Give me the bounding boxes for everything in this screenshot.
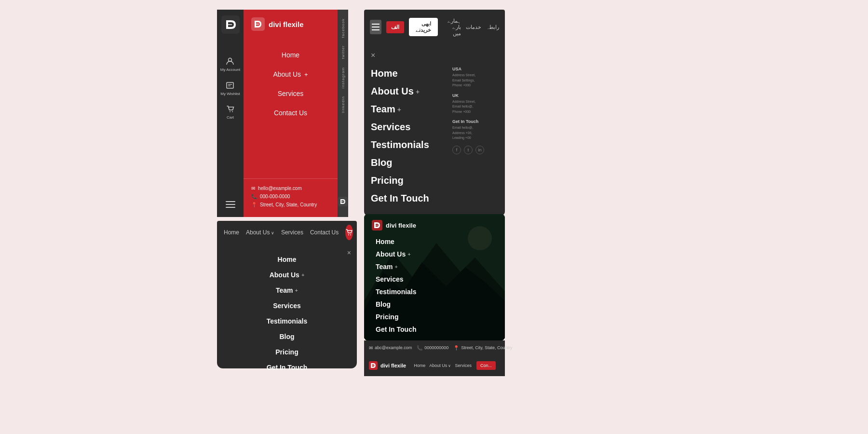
p6-services[interactable]: Services <box>376 273 493 285</box>
email-icon: ✉ <box>251 186 255 191</box>
hn-home[interactable]: Home <box>224 229 239 236</box>
sidebar-my-account[interactable]: My Account <box>220 56 240 72</box>
p3-get-in-touch[interactable]: Get In Touch <box>371 190 448 207</box>
p6-get-in-touch[interactable]: Get In Touch <box>376 323 493 336</box>
hamburger-line3 <box>372 29 380 30</box>
bottom-info-bar: ✉ abc@example.com 📞 0000000000 📍 Street,… <box>364 340 505 355</box>
panel3-info-column: USA Address Street,Email Settings,Phone … <box>452 65 498 207</box>
svg-point-13 <box>350 234 351 235</box>
rtl-nav-items: رابطہ خدمات ہمارے بارے میں ابھی خریدنے ا… <box>386 18 499 37</box>
red-menu-item-home[interactable]: Home <box>244 45 338 65</box>
rtl-nav-contact[interactable]: رابطہ <box>486 24 499 30</box>
bottom-logo-nav-bar: divi flexile Home About Us Services Con.… <box>364 355 505 376</box>
panel5-nav: Home About Us + Team + Services Testimon… <box>217 252 357 375</box>
info-uk-text: Address Street,Email hello@,Phone +000 <box>452 99 498 115</box>
bar-location-icon: 📍 <box>453 345 459 351</box>
info-uk-title: UK <box>452 93 498 98</box>
svg-point-6 <box>232 111 233 112</box>
location-icon: 📍 <box>251 202 257 207</box>
social-linkedin[interactable]: linkedin <box>341 96 345 113</box>
p5-testimonials[interactable]: Testimonials <box>267 313 308 329</box>
panel1-container: My Account My Wishlist <box>217 10 357 217</box>
red-menu-item-services[interactable]: Services <box>244 84 338 103</box>
p8-services[interactable]: Services <box>455 363 472 368</box>
panel8-nav: Home About Us Services <box>414 363 472 368</box>
svg-rect-2 <box>227 82 233 88</box>
p5-home[interactable]: Home <box>278 252 297 267</box>
p3-testimonials[interactable]: Testimonials <box>371 136 448 154</box>
sidebar-my-wishlist[interactable]: My Wishlist <box>220 80 240 96</box>
hamburger-line2 <box>372 27 380 27</box>
rtl-active-item[interactable]: الف <box>386 21 404 33</box>
dark-overlay-menu: × Home About Us + Team + Services Testim… <box>364 44 505 216</box>
p5-about[interactable]: About Us + <box>270 267 305 283</box>
p3-team[interactable]: Team + <box>371 100 448 118</box>
panel3-nav: Home About Us + Team + Services Testimon… <box>371 65 448 207</box>
p8-about[interactable]: About Us <box>429 363 451 368</box>
p3-pricing[interactable]: Pricing <box>371 172 448 190</box>
p6-about[interactable]: About Us + <box>376 248 493 260</box>
svg-rect-8 <box>226 204 235 205</box>
bar-phone-icon: 📞 <box>417 345 422 351</box>
social-facebook[interactable]: facebook <box>341 18 345 38</box>
bar-email-icon: ✉ <box>369 345 373 351</box>
p6-testimonials[interactable]: Testimonials <box>376 285 493 298</box>
rtl-nav-about[interactable]: ہمارے بارے میں <box>443 18 461 37</box>
p5-services[interactable]: Services <box>273 298 301 313</box>
social-ig-icon[interactable]: in <box>475 146 484 154</box>
sidebar-hamburger-icon[interactable] <box>226 200 235 210</box>
p6-home[interactable]: Home <box>376 235 493 248</box>
panel6-header: divi flexile <box>364 214 505 233</box>
main-canvas: My Account My Wishlist <box>0 0 868 434</box>
hn-about[interactable]: About Us <box>246 229 274 236</box>
p5-team[interactable]: Team + <box>276 283 298 298</box>
info-touch-text: Email hello@,Address +00,Leading +00 <box>452 125 498 141</box>
p6-pricing[interactable]: Pricing <box>376 311 493 323</box>
left-sidebar: My Account My Wishlist <box>217 10 244 217</box>
p3-about[interactable]: About Us + <box>371 82 448 100</box>
social-instagram[interactable]: instagram <box>341 67 345 88</box>
red-menu-header: divi flexile <box>244 17 338 41</box>
p3-blog[interactable]: Blog <box>371 154 448 172</box>
p3-home[interactable]: Home <box>371 65 448 82</box>
horizontal-nav-bar: Home About Us Services Contact Us <box>217 221 357 244</box>
rtl-buy-button[interactable]: ابھی خریدنے <box>409 18 438 36</box>
cart-button[interactable] <box>345 225 353 240</box>
info-usa: USA Address Street,Email Settings,Phone … <box>452 67 498 88</box>
bar-phone: 📞 0000000000 <box>417 345 448 351</box>
panel6-nav: Home About Us + Team + Services Testimon… <box>364 233 505 338</box>
footer-email: ✉ hello@example.com <box>251 186 330 191</box>
p5-get-in-touch[interactable]: Get In Touch <box>267 360 308 375</box>
hn-contact[interactable]: Contact Us <box>310 229 339 236</box>
red-menu-footer: ✉ hello@example.com 📞 000-000-0000 📍 Str… <box>244 178 338 217</box>
social-twitter[interactable]: twitter <box>341 45 345 59</box>
p6-team[interactable]: Team + <box>376 260 493 273</box>
close-overlay-button[interactable]: × <box>371 51 498 60</box>
red-menu-panel: divi flexile Home About Us + Services Co… <box>244 10 338 217</box>
red-menu-item-contact[interactable]: Contact Us <box>244 103 338 122</box>
hn-services[interactable]: Services <box>281 229 303 236</box>
rtl-nav-services[interactable]: خدمات <box>466 24 481 30</box>
footer-address: 📍 Street, City, State, Country <box>251 202 330 207</box>
sidebar-cart[interactable]: Cart <box>225 104 236 120</box>
p3-services[interactable]: Services <box>371 118 448 136</box>
social-fb-icon[interactable]: f <box>452 146 461 154</box>
svg-rect-9 <box>226 207 235 208</box>
panel3-content: Home About Us + Team + Services Testimon… <box>371 65 498 207</box>
rtl-nav-bar: رابطہ خدمات ہمارے بارے میں ابھی خریدنے ا… <box>364 10 505 44</box>
bottom-dropdown-menu: × Home About Us + Team + Services Testim… <box>217 244 357 368</box>
red-menu-logo-text: divi flexile <box>269 20 304 28</box>
close-dropdown-button[interactable]: × <box>347 249 351 257</box>
p8-cta-button[interactable]: Con... <box>476 361 496 370</box>
hamburger-button[interactable] <box>370 20 381 34</box>
social-tw-icon[interactable]: t <box>464 146 473 154</box>
svg-rect-7 <box>226 201 235 202</box>
p5-blog[interactable]: Blog <box>279 329 294 344</box>
red-menu-item-about[interactable]: About Us + <box>244 65 338 84</box>
footer-phone: 📞 000-000-0000 <box>251 194 330 199</box>
p8-home[interactable]: Home <box>414 363 425 368</box>
panel8-logo-text: divi flexile <box>380 363 406 368</box>
phone-icon: 📞 <box>251 194 257 199</box>
p5-pricing[interactable]: Pricing <box>275 344 298 360</box>
p6-blog[interactable]: Blog <box>376 298 493 311</box>
